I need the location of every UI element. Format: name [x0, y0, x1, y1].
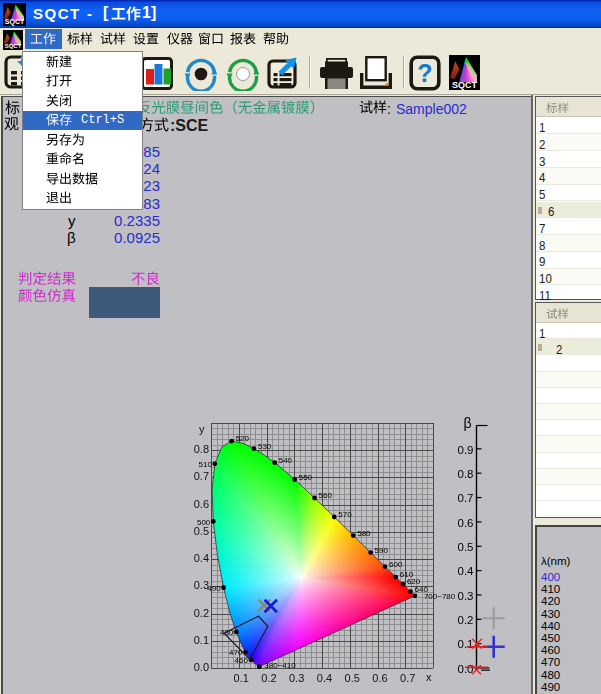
svg-text:?: ? [417, 59, 432, 87]
